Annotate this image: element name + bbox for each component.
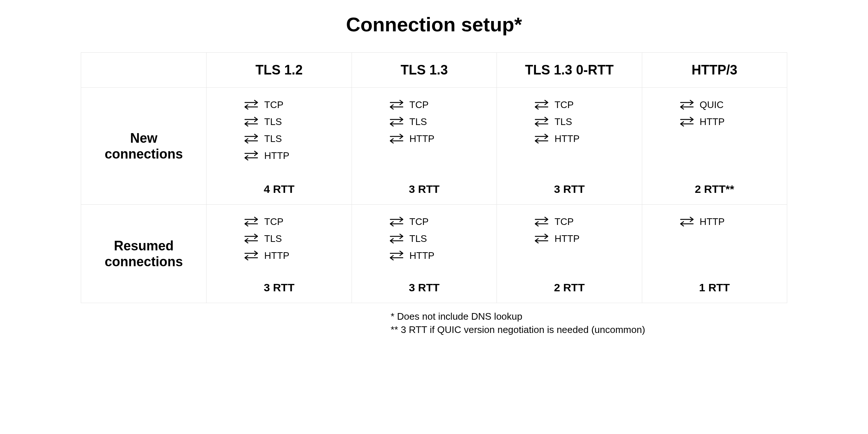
step: HTTP bbox=[389, 250, 497, 261]
step-label: HTTP bbox=[700, 216, 725, 228]
steps: TCP TLS TLS HTTP bbox=[207, 99, 351, 173]
bidirectional-arrow-icon bbox=[534, 233, 549, 244]
bidirectional-arrow-icon bbox=[534, 99, 549, 111]
header-tls12: TLS 1.2 bbox=[207, 53, 352, 88]
steps: QUIC HTTP bbox=[642, 99, 787, 173]
header-empty bbox=[81, 53, 207, 88]
steps: TCP TLS HTTP bbox=[352, 99, 497, 173]
step: HTTP bbox=[534, 233, 642, 244]
bidirectional-arrow-icon bbox=[534, 216, 549, 228]
bidirectional-arrow-icon bbox=[534, 133, 549, 145]
cell-resumed-http3: HTTP 1 RTT bbox=[642, 205, 787, 303]
bidirectional-arrow-icon bbox=[534, 116, 549, 128]
steps: TCP TLS HTTP bbox=[497, 99, 642, 173]
step: HTTP bbox=[679, 216, 787, 228]
rtt-value: 4 RTT bbox=[207, 183, 351, 195]
bidirectional-arrow-icon bbox=[679, 216, 695, 228]
step: TCP bbox=[389, 99, 497, 111]
step-label: TCP bbox=[264, 99, 283, 111]
step: TCP bbox=[534, 99, 642, 111]
row-new-connections: New connections TCP TLS TLS HTTP bbox=[81, 88, 787, 205]
step-label: HTTP bbox=[264, 150, 289, 162]
step-label: HTTP bbox=[409, 133, 435, 145]
rtt-value: 3 RTT bbox=[497, 183, 642, 195]
step-label: HTTP bbox=[700, 116, 725, 128]
steps: TCP TLS HTTP bbox=[207, 216, 351, 271]
page: Connection setup* TLS 1.2 TLS 1.3 TLS 1.… bbox=[0, 0, 868, 337]
step: TLS bbox=[243, 133, 351, 145]
footnotes: * Does not include DNS lookup ** 3 RTT i… bbox=[81, 310, 787, 337]
step-label: TLS bbox=[409, 233, 427, 244]
step-label: TLS bbox=[409, 116, 427, 128]
step-label: TLS bbox=[264, 233, 282, 244]
rtt-value: 2 RTT** bbox=[642, 183, 787, 195]
bidirectional-arrow-icon bbox=[679, 116, 695, 128]
step: HTTP bbox=[389, 133, 497, 145]
cell-new-http3: QUIC HTTP 2 RTT** bbox=[642, 88, 787, 205]
step: QUIC bbox=[679, 99, 787, 111]
step-label: QUIC bbox=[700, 99, 724, 111]
bidirectional-arrow-icon bbox=[389, 250, 404, 261]
bidirectional-arrow-icon bbox=[389, 233, 404, 244]
step-label: TLS bbox=[264, 116, 282, 128]
cell-new-tls12: TCP TLS TLS HTTP 4 RTT bbox=[207, 88, 352, 205]
rtt-value: 3 RTT bbox=[352, 183, 497, 195]
step: HTTP bbox=[243, 250, 351, 261]
rtt-value: 3 RTT bbox=[207, 281, 351, 294]
step: TLS bbox=[243, 116, 351, 128]
bidirectional-arrow-icon bbox=[243, 216, 259, 228]
step: HTTP bbox=[243, 150, 351, 162]
header-row: TLS 1.2 TLS 1.3 TLS 1.3 0-RTT HTTP/3 bbox=[81, 53, 787, 88]
bidirectional-arrow-icon bbox=[389, 133, 404, 145]
step: TLS bbox=[534, 116, 642, 128]
rtt-value: 2 RTT bbox=[497, 281, 642, 294]
step-label: TLS bbox=[264, 133, 282, 145]
step: TLS bbox=[389, 116, 497, 128]
step-label: HTTP bbox=[554, 233, 580, 244]
steps: TCP HTTP bbox=[497, 216, 642, 271]
table-wrap: TLS 1.2 TLS 1.3 TLS 1.3 0-RTT HTTP/3 New… bbox=[81, 52, 787, 303]
rowhead-resumed: Resumed connections bbox=[81, 205, 207, 303]
bidirectional-arrow-icon bbox=[679, 99, 695, 111]
step-label: HTTP bbox=[409, 250, 435, 261]
footnote-1: * Does not include DNS lookup bbox=[391, 310, 787, 323]
step: TLS bbox=[243, 233, 351, 244]
step: TLS bbox=[389, 233, 497, 244]
step: HTTP bbox=[534, 133, 642, 145]
step-label: TCP bbox=[409, 216, 429, 228]
step: TCP bbox=[534, 216, 642, 228]
step-label: TCP bbox=[554, 216, 574, 228]
bidirectional-arrow-icon bbox=[389, 99, 404, 111]
cell-resumed-tls13: TCP TLS HTTP 3 RTT bbox=[352, 205, 497, 303]
bidirectional-arrow-icon bbox=[243, 150, 259, 162]
header-tls13: TLS 1.3 bbox=[352, 53, 497, 88]
bidirectional-arrow-icon bbox=[243, 233, 259, 244]
step: TCP bbox=[389, 216, 497, 228]
rowhead-resumed-line1: Resumed bbox=[81, 238, 206, 254]
steps: HTTP bbox=[642, 216, 787, 271]
rowhead-new: New connections bbox=[81, 88, 207, 205]
footnote-2: ** 3 RTT if QUIC version negotiation is … bbox=[391, 323, 787, 336]
bidirectional-arrow-icon bbox=[243, 116, 259, 128]
rowhead-resumed-line2: connections bbox=[81, 254, 206, 270]
step-label: HTTP bbox=[264, 250, 289, 261]
header-tls13-0rtt: TLS 1.3 0-RTT bbox=[497, 53, 642, 88]
bidirectional-arrow-icon bbox=[243, 250, 259, 261]
rowhead-new-line1: New bbox=[81, 130, 206, 146]
step-label: HTTP bbox=[554, 133, 580, 145]
step-label: TCP bbox=[409, 99, 429, 111]
connection-table: TLS 1.2 TLS 1.3 TLS 1.3 0-RTT HTTP/3 New… bbox=[81, 52, 787, 303]
bidirectional-arrow-icon bbox=[243, 133, 259, 145]
step-label: TLS bbox=[554, 116, 572, 128]
header-http3: HTTP/3 bbox=[642, 53, 787, 88]
bidirectional-arrow-icon bbox=[389, 216, 404, 228]
cell-resumed-tls12: TCP TLS HTTP 3 RTT bbox=[207, 205, 352, 303]
rtt-value: 1 RTT bbox=[642, 281, 787, 294]
step-label: TCP bbox=[264, 216, 283, 228]
cell-resumed-tls13-0rtt: TCP HTTP 2 RTT bbox=[497, 205, 642, 303]
cell-new-tls13: TCP TLS HTTP 3 RTT bbox=[352, 88, 497, 205]
rtt-value: 3 RTT bbox=[352, 281, 497, 294]
rowhead-new-line2: connections bbox=[81, 146, 206, 162]
step-label: TCP bbox=[554, 99, 574, 111]
page-title: Connection setup* bbox=[0, 13, 868, 36]
